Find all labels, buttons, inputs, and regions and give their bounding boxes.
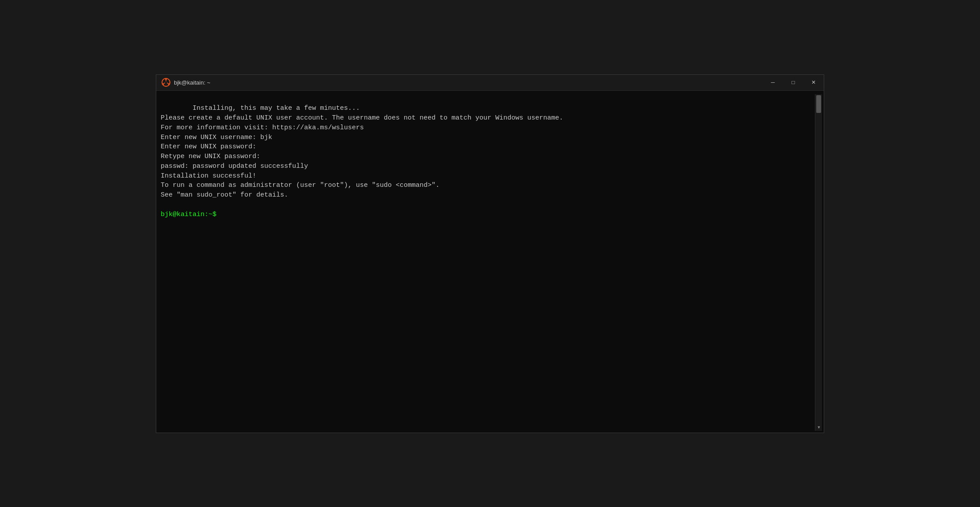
- title-bar-left: bjk@kaitain: ~: [162, 78, 210, 87]
- terminal-cursor: [216, 211, 220, 218]
- scrollbar-thumb[interactable]: [816, 95, 821, 113]
- svg-point-1: [165, 78, 167, 80]
- terminal-output: Installing, this may take a few minutes.…: [161, 94, 812, 229]
- window-title: bjk@kaitain: ~: [174, 79, 210, 86]
- window-controls: ─ □ ✕: [763, 75, 824, 90]
- terminal-body[interactable]: Installing, this may take a few minutes.…: [156, 91, 824, 433]
- title-bar: bjk@kaitain: ~ ─ □ ✕: [156, 75, 824, 91]
- minimize-button[interactable]: ─: [763, 75, 783, 90]
- svg-point-2: [168, 83, 170, 85]
- ubuntu-logo-icon: [162, 78, 170, 87]
- close-button[interactable]: ✕: [803, 75, 824, 90]
- maximize-button[interactable]: □: [783, 75, 803, 90]
- scrollbar-track[interactable]: ▲ ▼: [815, 94, 822, 431]
- terminal-content: Installing, this may take a few minutes.…: [158, 94, 815, 431]
- terminal-prompt: bjk@kaitain:~$: [161, 211, 216, 218]
- svg-point-3: [162, 83, 164, 85]
- terminal-line-1: Installing, this may take a few minutes.…: [161, 104, 563, 199]
- scroll-down-arrow[interactable]: ▼: [815, 424, 822, 431]
- terminal-window: bjk@kaitain: ~ ─ □ ✕ Installing, this ma…: [156, 74, 824, 433]
